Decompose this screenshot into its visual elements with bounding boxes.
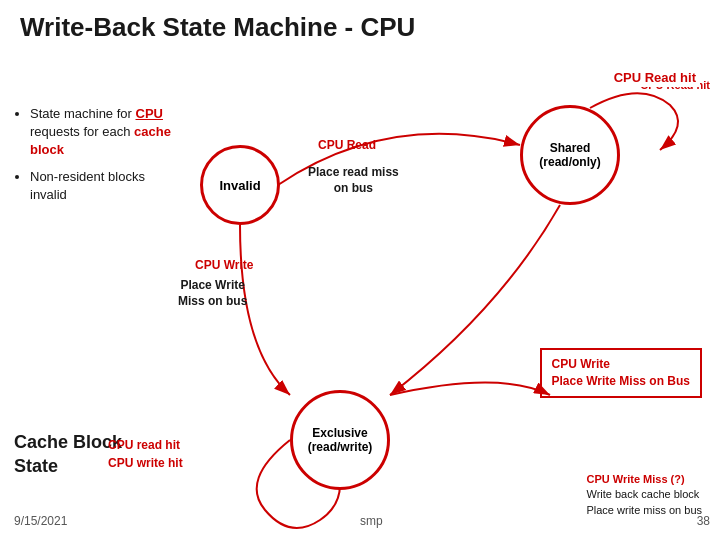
cpu-write-miss-box: CPU Write Miss (?) Write back cache bloc… [586, 472, 702, 518]
smp-label: smp [360, 514, 383, 528]
cpu-write-place-write-box: CPU Write Place Write Miss on Bus [540, 348, 703, 398]
title: Write-Back State Machine - CPU [0, 0, 720, 47]
cache-block-link: cache block [30, 124, 171, 157]
cpu-write-top-label: CPU Write [195, 258, 253, 274]
place-write-miss-label: Place Write Miss on bus [178, 278, 247, 309]
cpu-read-hit-top-label: CPU Read hit [610, 68, 700, 87]
date-label: 9/15/2021 [14, 514, 67, 528]
exclusive-state-circle: Exclusive (read/write) [290, 390, 390, 490]
invalid-state-circle: Invalid [200, 145, 280, 225]
cache-block-state-label: Cache Block State [14, 431, 122, 478]
bullet-section: State machine for CPU requests for each … [14, 105, 179, 212]
cpu-read-transition-label: CPU Read [318, 138, 376, 154]
cpu-read-write-hit-labels: CPU read hit CPU write hit [108, 436, 183, 472]
page-number: 38 [697, 514, 710, 528]
shared-state-circle: Shared (read/only) [520, 105, 620, 205]
cpu-link: CPU [136, 106, 163, 121]
place-read-miss-label: Place read miss on bus [308, 165, 399, 196]
